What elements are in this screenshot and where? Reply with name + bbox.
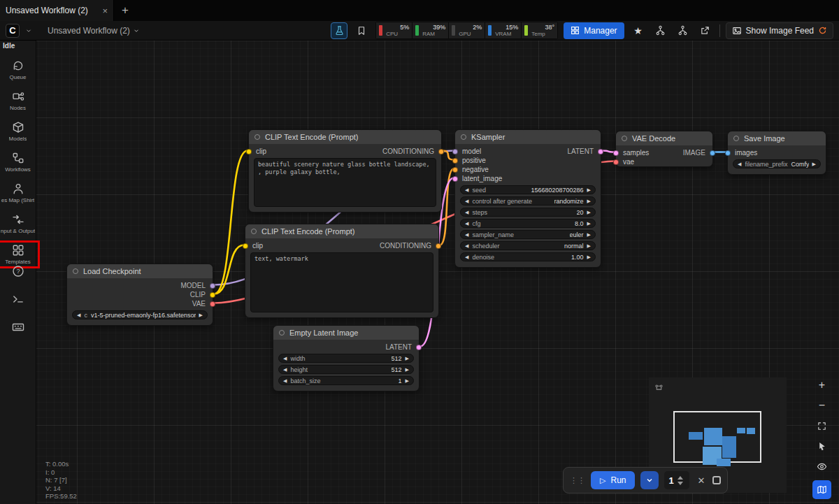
toggle-visibility-button[interactable] [814, 458, 831, 475]
widget-left-arrow-icon[interactable]: ◀ [77, 312, 80, 317]
node-title-bar[interactable]: VAE Decode [616, 131, 712, 145]
sidebar-item-templates[interactable]: Templates [0, 244, 36, 265]
drag-handle[interactable]: ⋮⋮ [570, 477, 585, 484]
fork-button-1[interactable] [652, 22, 669, 39]
widget-width[interactable]: ◀width512▶ [278, 354, 414, 363]
widget-left-arrow-icon[interactable]: ◀ [465, 210, 468, 215]
output-slot-CONDITIONING[interactable]: CONDITIONING [382, 147, 441, 156]
node-title-bar[interactable]: CLIP Text Encode (Prompt) [249, 130, 441, 144]
widget-left-arrow-icon[interactable]: ◀ [738, 161, 741, 166]
node-ksampler[interactable]: KSamplermodelpositivenegativelatent_imag… [454, 129, 601, 268]
widget-batch_size[interactable]: ◀batch_size1▶ [278, 376, 414, 385]
widget-left-arrow-icon[interactable]: ◀ [283, 356, 287, 361]
batch-count-stepper[interactable] [677, 476, 683, 485]
run-button[interactable]: ▷ Run [591, 471, 635, 489]
prompt-textarea[interactable]: beautiful scenery nature glass bottle la… [254, 158, 436, 207]
output-dot[interactable] [598, 149, 603, 154]
sidebar-item-terminal[interactable] [0, 293, 36, 305]
input-dot[interactable] [725, 150, 731, 156]
output-slot-LATENT[interactable]: LATENT [567, 147, 601, 156]
manager-button[interactable]: Manager [564, 22, 624, 39]
input-slot-model[interactable]: model [455, 147, 502, 156]
zoom-out-button[interactable]: − [814, 397, 831, 414]
input-dot[interactable] [452, 167, 458, 173]
input-dot[interactable] [452, 158, 458, 164]
node-vae-decode[interactable]: VAE DecodesamplesvaeIMAGE [615, 131, 713, 167]
widget-control after generate[interactable]: ◀control after generaterandomize▶ [460, 196, 596, 206]
new-tab-button[interactable]: + [114, 0, 136, 21]
toggle-minimap-button[interactable] [812, 480, 831, 499]
collapse-dot[interactable] [73, 268, 78, 274]
sidebar-item-keyboard[interactable] [0, 321, 36, 333]
widget-right-arrow-icon[interactable]: ▶ [587, 221, 591, 226]
sidebar-item-models[interactable]: Models [0, 121, 36, 142]
share-button[interactable] [697, 22, 714, 39]
widget-seed[interactable]: ◀seed156680208700286▶ [460, 185, 596, 194]
widget-left-arrow-icon[interactable]: ◀ [465, 254, 468, 259]
input-slot-clip[interactable]: clip [249, 147, 266, 156]
widget-right-arrow-icon[interactable]: ▶ [587, 232, 591, 237]
collapse-dot[interactable] [254, 134, 260, 140]
sidebar-item-queue[interactable]: Queue [0, 59, 36, 80]
tab-close-icon[interactable]: × [102, 6, 108, 15]
workflow-name-menu[interactable]: Unsaved Workflow (2) [48, 26, 140, 36]
input-slot-images[interactable]: images [728, 148, 757, 157]
output-slot-LATENT[interactable]: LATENT [385, 343, 419, 352]
sidebar-item-workflows[interactable]: Workflows [0, 152, 36, 173]
widget-c[interactable]: ◀cv1-5-pruned-emaonly-fp16.safetensors▶ [72, 310, 208, 319]
widget-right-arrow-icon[interactable]: ▶ [812, 161, 816, 166]
node-title-bar[interactable]: CLIP Text Encode (Prompt) [245, 224, 438, 238]
input-dot[interactable] [452, 176, 458, 182]
widget-left-arrow-icon[interactable]: ◀ [465, 221, 468, 226]
zoom-in-button[interactable]: + [814, 377, 831, 394]
fork-button-2[interactable] [675, 22, 691, 39]
widget-left-arrow-icon[interactable]: ◀ [465, 187, 468, 192]
beta-menu-button[interactable] [331, 22, 347, 39]
fit-view-button[interactable] [814, 417, 831, 434]
comfyui-logo[interactable]: C [6, 24, 20, 38]
sidebar-item-map[interactable]: es Map (Shirt [0, 182, 36, 203]
input-dot[interactable] [613, 150, 619, 156]
graph-canvas[interactable]: Load CheckpointMODELCLIPVAE◀cv1-5-pruned… [0, 41, 839, 504]
widget-cfg[interactable]: ◀cfg8.0▶ [460, 219, 596, 228]
select-mode-button[interactable] [814, 438, 831, 454]
widget-right-arrow-icon[interactable]: ▶ [406, 356, 409, 361]
output-dot[interactable] [436, 243, 441, 249]
workflow-tab[interactable]: Unsaved Workflow (2) × [0, 0, 114, 21]
collapse-dot[interactable] [733, 136, 739, 141]
input-dot[interactable] [452, 149, 458, 154]
widget-sampler_name[interactable]: ◀sampler_nameeuler▶ [460, 230, 596, 239]
logo-chevron-down-icon[interactable] [25, 27, 32, 34]
widget-left-arrow-icon[interactable]: ◀ [465, 243, 468, 248]
input-slot-clip[interactable]: clip [245, 241, 263, 250]
input-dot[interactable] [613, 159, 619, 165]
widget-height[interactable]: ◀height512▶ [278, 365, 414, 374]
widget-right-arrow-icon[interactable]: ▶ [587, 254, 591, 259]
node-title-bar[interactable]: KSampler [455, 130, 601, 144]
widget-steps[interactable]: ◀steps20▶ [460, 208, 596, 217]
node-clip-pos[interactable]: CLIP Text Encode (Prompt)clipCONDITIONIN… [248, 129, 442, 213]
input-dot[interactable] [246, 149, 252, 154]
clear-queue-button[interactable]: ✕ [695, 475, 707, 486]
output-dot[interactable] [210, 301, 215, 307]
collapse-dot[interactable] [279, 330, 285, 336]
output-dot[interactable] [416, 345, 422, 350]
output-slot-CONDITIONING[interactable]: CONDITIONING [380, 241, 438, 250]
collapse-dot[interactable] [622, 136, 627, 141]
collapse-dot[interactable] [251, 229, 257, 234]
node-title-bar[interactable]: Load Checkpoint [67, 264, 213, 278]
stepper-up-icon[interactable] [677, 476, 683, 480]
output-slot-MODEL[interactable]: MODEL [180, 281, 213, 290]
input-dot[interactable] [243, 243, 248, 249]
collapse-dot[interactable] [461, 134, 466, 140]
sidebar-item-io[interactable]: nput & Output [0, 213, 36, 234]
output-dot[interactable] [210, 283, 215, 289]
sidebar-item-help[interactable]: ? [0, 265, 36, 278]
prompt-textarea[interactable]: text, watermark [250, 252, 433, 312]
node-load-checkpoint[interactable]: Load CheckpointMODELCLIPVAE◀cv1-5-pruned… [66, 264, 213, 326]
favorite-button[interactable]: ★ [630, 22, 647, 39]
node-clip-neg[interactable]: CLIP Text Encode (Prompt)clipCONDITIONIN… [245, 224, 439, 318]
widget-right-arrow-icon[interactable]: ▶ [406, 378, 409, 383]
run-options-button[interactable] [640, 471, 659, 489]
bookmark-button[interactable] [353, 22, 370, 39]
